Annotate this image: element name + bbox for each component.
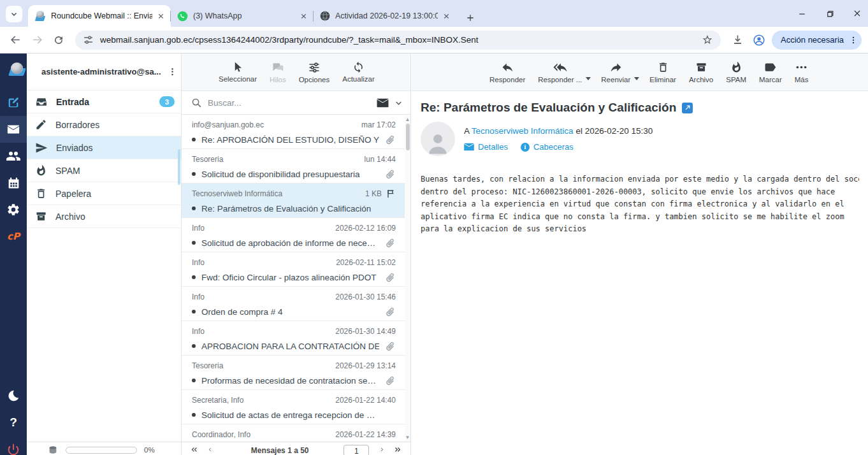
- tab-search-button[interactable]: [6, 6, 22, 22]
- reload-button[interactable]: [50, 31, 68, 49]
- back-button[interactable]: [6, 31, 24, 49]
- options-button[interactable]: Opciones: [299, 61, 330, 83]
- headers-toggle[interactable]: i Cabeceras: [521, 142, 574, 152]
- message-row[interactable]: Info 2026-02-12 16:09 Solicitud de aprob…: [182, 218, 405, 252]
- action-needed-chip[interactable]: Acción necesaria: [772, 31, 862, 50]
- browser-menu-icon[interactable]: [849, 35, 858, 45]
- unread-dot: [192, 138, 196, 141]
- search-input[interactable]: [208, 98, 371, 108]
- search-options-chevron-icon[interactable]: [394, 99, 403, 107]
- nav-contacts[interactable]: [0, 143, 27, 170]
- minimize-button[interactable]: [798, 10, 806, 18]
- mark-button[interactable]: Marcar: [753, 61, 788, 83]
- message-subject-row: Proformas de necesidad de contratacion s…: [192, 374, 396, 387]
- unread-dot: [192, 379, 196, 382]
- folder-drafts[interactable]: Borradores: [27, 113, 181, 136]
- list-footer: Mensajes 1 a 50 de 708: [182, 442, 410, 455]
- nav-calendar[interactable]: [0, 170, 27, 196]
- url-text[interactable]: webmail.sanjuan.gob.ec/cpsess1364244002/…: [100, 35, 695, 45]
- downloads-button[interactable]: [728, 31, 746, 49]
- account-menu-icon[interactable]: [168, 66, 177, 77]
- nav-settings[interactable]: [0, 196, 27, 223]
- whatsapp-favicon: [177, 11, 188, 22]
- message-row[interactable]: Secretaria, Info 2026-01-22 14:40 Solici…: [182, 390, 405, 424]
- message-row[interactable]: Info 2026-01-30 14:49 APROBACION PARA LA…: [182, 321, 405, 356]
- more-button[interactable]: Más: [788, 61, 815, 83]
- message-row[interactable]: info@sanjuan.gob.ec mar 17:02 Re: APROBA…: [182, 115, 405, 149]
- scrollbar-thumb[interactable]: [406, 124, 410, 150]
- open-in-new-window-icon[interactable]: [682, 103, 693, 113]
- message-sender: Info: [192, 327, 331, 336]
- archive-button[interactable]: Archivo: [683, 61, 720, 83]
- spam-button[interactable]: SPAM: [720, 61, 753, 83]
- delete-button[interactable]: Eliminar: [643, 61, 683, 83]
- reply-icon: [501, 61, 514, 74]
- reply-button[interactable]: Responder: [483, 61, 532, 83]
- calendar-icon: [7, 177, 20, 190]
- reply-all-button[interactable]: Responder ...: [532, 61, 588, 83]
- message-row[interactable]: Info 2026-01-30 15:46 Orden de compra # …: [182, 287, 405, 321]
- recipient-link[interactable]: Tecnoserviweb Informática: [472, 126, 574, 136]
- message-row[interactable]: Tecnoserviweb Informática 1 KB Re: Parám…: [182, 184, 405, 218]
- threads-button[interactable]: Hilos: [270, 61, 286, 83]
- compose-icon: [6, 96, 20, 110]
- message-row[interactable]: Tesoreria lun 14:44 Solicitud de disponi…: [182, 149, 405, 184]
- dark-mode-button[interactable]: [0, 382, 27, 409]
- select-button[interactable]: Seleccionar: [219, 61, 257, 83]
- address-bar[interactable]: webmail.sanjuan.gob.ec/cpsess1364244002/…: [75, 31, 721, 50]
- compose-button[interactable]: [0, 89, 27, 116]
- browser-tab-roundcube[interactable]: Roundcube Webmail :: Enviados: [28, 5, 171, 27]
- message-row[interactable]: Coordinador, Info 2026-01-22 14:39: [182, 424, 405, 442]
- folder-trash[interactable]: Papelera: [27, 182, 181, 205]
- first-page-icon[interactable]: [191, 445, 198, 454]
- browser-tab-actividad[interactable]: Actividad 2026-02-19 13:00:00: [314, 5, 456, 27]
- attachment-icon: [385, 375, 396, 386]
- quota-bar: 0%: [27, 442, 181, 455]
- roundcube-logo: [0, 56, 27, 83]
- new-tab-button[interactable]: [461, 9, 479, 27]
- forward-button[interactable]: [28, 31, 46, 49]
- next-page-icon[interactable]: [379, 445, 385, 454]
- message-row[interactable]: Info 2026-02-11 15:02 Fwd: Oficio Circul…: [182, 252, 405, 287]
- reply-all-dropdown-caret[interactable]: [586, 77, 591, 80]
- folder-sent[interactable]: Enviados: [27, 136, 181, 159]
- message-subject-row: Fwd: Oficio Circular - plazos alineación…: [192, 271, 396, 284]
- list-scrollbar[interactable]: ▲ ▼: [405, 115, 410, 442]
- tab-close-icon[interactable]: [300, 13, 307, 20]
- profile-button[interactable]: [750, 31, 768, 49]
- folder-inbox[interactable]: Entrada 3: [27, 90, 181, 113]
- forward-mail-icon: [609, 61, 623, 74]
- quota-percent: 0%: [144, 446, 155, 454]
- attachment-icon: [385, 272, 396, 283]
- scroll-up-icon[interactable]: ▲: [405, 115, 410, 123]
- scroll-down-icon[interactable]: ▼: [405, 433, 410, 441]
- details-toggle[interactable]: Detalles: [464, 142, 508, 152]
- page-number-input[interactable]: [344, 445, 369, 455]
- site-settings-icon[interactable]: [83, 34, 94, 45]
- close-button[interactable]: [853, 9, 862, 18]
- search-scope-mail-icon[interactable]: [377, 98, 389, 108]
- folders-scrollbar-thumb[interactable]: [178, 149, 180, 185]
- help-button[interactable]: ?: [0, 409, 27, 436]
- last-page-icon[interactable]: [394, 445, 401, 454]
- refresh-button[interactable]: Actualizar: [342, 61, 375, 83]
- tab-close-icon[interactable]: [157, 13, 164, 20]
- forward-dropdown-caret[interactable]: [634, 77, 639, 80]
- message-subject: Solicitud de actas de entrega recepcion …: [201, 410, 396, 420]
- folder-spam[interactable]: SPAM: [27, 159, 181, 182]
- forward-button[interactable]: Reenviar: [595, 61, 637, 83]
- bookmark-star-icon[interactable]: [702, 34, 713, 46]
- nav-mail[interactable]: [0, 116, 27, 143]
- logout-button[interactable]: [0, 436, 27, 455]
- message-meta: 2026-01-22 14:40: [335, 396, 396, 405]
- restore-button[interactable]: [825, 10, 834, 18]
- message-row[interactable]: Tesoreria 2026-01-29 13:14 Proformas de …: [182, 356, 405, 390]
- folder-archive[interactable]: Archivo: [27, 205, 181, 228]
- nav-cpanel[interactable]: cP: [0, 223, 27, 250]
- inbox-icon: [35, 96, 48, 108]
- prev-page-icon[interactable]: [207, 445, 213, 454]
- browser-tab-whatsapp[interactable]: (3) WhatsApp: [171, 5, 314, 27]
- chevron-down-icon: [10, 10, 18, 18]
- tab-close-icon[interactable]: [443, 13, 450, 20]
- flag-icon[interactable]: [386, 189, 396, 199]
